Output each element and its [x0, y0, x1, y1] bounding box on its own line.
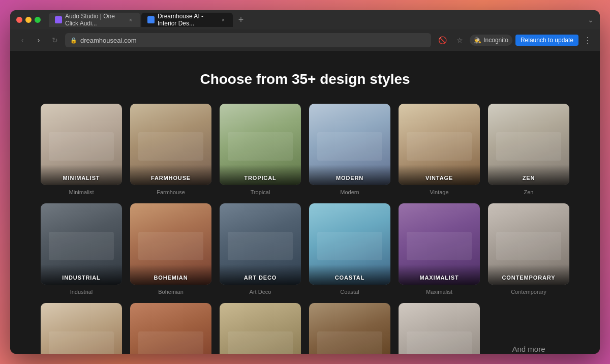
style-item-frenchcountry[interactable]: FRENCH COUNTRY French Country	[41, 303, 122, 354]
style-overlay-maximalist: MAXIMALIST	[399, 264, 480, 285]
style-bg-neoclassical	[220, 303, 301, 354]
style-overlay-label-farmhouse: FARMHOUSE	[151, 175, 191, 181]
style-item-industrial[interactable]: INDUSTRIAL Industrial	[41, 203, 122, 295]
tab-audo-close[interactable]: ×	[127, 16, 134, 23]
style-bg-scandinavian	[399, 303, 480, 354]
style-item-farmhouse[interactable]: FARMHOUSE Farmhouse	[130, 104, 211, 195]
style-item-scandinavian[interactable]: SCANDINAVIAN Scandinavian	[399, 303, 480, 354]
style-card-midmodern: MID-MODERN	[130, 303, 211, 354]
style-item-neoclassical[interactable]: NEOCLASSICAL Neoclassical	[220, 303, 301, 354]
back-button[interactable]: ‹	[16, 34, 28, 46]
style-item-zen[interactable]: ZEN Zen	[488, 104, 569, 195]
style-caption-vintage: Vintage	[430, 189, 448, 195]
style-overlay-label-coastal: COASTAL	[335, 275, 365, 281]
style-overlay-minimalist: MINIMALIST	[41, 165, 122, 185]
close-button[interactable]	[16, 17, 22, 23]
traffic-lights	[16, 17, 41, 23]
tab-audo[interactable]: Audo Studio | One Click Audi... ×	[49, 13, 140, 27]
style-overlay-label-artdeco: ART DECO	[244, 275, 277, 281]
tab-bar: Audo Studio | One Click Audi... × Dreamh…	[49, 13, 594, 27]
style-card-modern: MODERN	[309, 104, 390, 185]
style-card-contemporary: CONTEMPORARY	[488, 203, 569, 285]
style-caption-maximalist: Maximalist	[426, 289, 452, 295]
style-item-rustic[interactable]: RUSTIC Rustic	[309, 303, 390, 354]
style-item-modern[interactable]: MODERN Modern	[309, 104, 390, 195]
relaunch-label: Relaunch to update	[521, 37, 573, 44]
incognito-label: Incognito	[483, 37, 508, 44]
tab-dreamhouse-icon	[147, 16, 155, 23]
style-item-tropical[interactable]: TROPICAL Tropical	[220, 104, 301, 195]
style-item-artdeco[interactable]: ART DECO Art Deco	[220, 203, 301, 295]
new-tab-button[interactable]: +	[234, 13, 248, 27]
refresh-button[interactable]: ↻	[49, 34, 61, 46]
style-card-frenchcountry: FRENCH COUNTRY	[41, 303, 122, 354]
style-caption-industrial: Industrial	[70, 289, 93, 295]
tab-dreamhouse-label: Dreamhouse AI - Interior Des...	[158, 13, 215, 27]
and-more-label: And more	[488, 303, 569, 354]
style-bg-frenchcountry	[41, 303, 122, 354]
style-card-bohemian: BOHEMIAN	[130, 203, 211, 285]
style-caption-contemporary: Contemporary	[511, 289, 546, 295]
style-card-scandinavian: SCANDINAVIAN	[399, 303, 480, 354]
style-overlay-coastal: COASTAL	[309, 264, 390, 285]
more-options-icon[interactable]: ⋮	[582, 36, 594, 45]
style-item-bohemian[interactable]: BOHEMIAN Bohemian	[130, 203, 211, 295]
style-card-zen: ZEN	[488, 104, 569, 185]
style-overlay-label-zen: ZEN	[523, 175, 535, 181]
tab-dreamhouse-close[interactable]: ×	[220, 16, 227, 23]
address-url-text: dreamhouseai.com	[80, 37, 137, 44]
style-card-industrial: INDUSTRIAL	[41, 203, 122, 285]
style-item-maximalist[interactable]: MAXIMALIST Maximalist	[399, 203, 480, 295]
lock-icon: 🔒	[70, 37, 77, 44]
styles-grid: MINIMALIST Minimalist FARMHOUSE Farmhous…	[41, 104, 569, 354]
style-caption-coastal: Coastal	[340, 289, 359, 295]
style-card-artdeco: ART DECO	[220, 203, 301, 285]
address-bar[interactable]: 🔒 dreamhouseai.com	[65, 33, 431, 47]
tab-chevron-icon[interactable]: ⌄	[588, 16, 594, 24]
style-overlay-label-bohemian: BOHEMIAN	[154, 275, 188, 281]
relaunch-button[interactable]: Relaunch to update	[515, 35, 578, 46]
style-card-tropical: TROPICAL	[220, 104, 301, 185]
style-overlay-tropical: TROPICAL	[220, 165, 301, 185]
style-caption-zen: Zen	[524, 189, 534, 195]
maximize-button[interactable]	[35, 17, 41, 23]
addressbar: ‹ › ↻ 🔒 dreamhouseai.com 🚫 ☆ 🕵 Incognito…	[10, 29, 600, 51]
style-overlay-industrial: INDUSTRIAL	[41, 264, 122, 285]
style-overlay-label-industrial: INDUSTRIAL	[62, 275, 100, 281]
style-bg-rustic	[309, 303, 390, 354]
style-overlay-bohemian: BOHEMIAN	[130, 264, 211, 285]
style-card-rustic: RUSTIC	[309, 303, 390, 354]
titlebar: Audo Studio | One Click Audi... × Dreamh…	[10, 10, 600, 29]
page-title: Choose from 35+ design styles	[20, 71, 590, 87]
style-overlay-label-tropical: TROPICAL	[244, 175, 276, 181]
style-card-coastal: COASTAL	[309, 203, 390, 285]
minimize-button[interactable]	[25, 17, 32, 23]
style-overlay-label-minimalist: MINIMALIST	[63, 175, 100, 181]
main-content: Choose from 35+ design styles MINIMALIST…	[10, 51, 600, 354]
incognito-button[interactable]: 🕵 Incognito	[470, 35, 512, 46]
style-overlay-farmhouse: FARMHOUSE	[130, 165, 211, 185]
style-card-vintage: VINTAGE	[399, 104, 480, 185]
style-overlay-vintage: VINTAGE	[399, 165, 480, 185]
style-item-minimalist[interactable]: MINIMALIST Minimalist	[41, 104, 122, 195]
browser-window: Audo Studio | One Click Audi... × Dreamh…	[10, 10, 600, 354]
style-overlay-label-contemporary: CONTEMPORARY	[502, 275, 556, 281]
incognito-icon: 🕵	[474, 37, 481, 44]
tab-audo-label: Audo Studio | One Click Audi...	[65, 13, 122, 27]
style-caption-farmhouse: Farmhouse	[157, 189, 185, 195]
tab-dreamhouse[interactable]: Dreamhouse AI - Interior Des... ×	[141, 13, 233, 27]
style-item-midmodern[interactable]: MID-MODERN Mid-Century Modern	[130, 303, 211, 354]
style-caption-bohemian: Bohemian	[158, 289, 184, 295]
style-item-vintage[interactable]: VINTAGE Vintage	[399, 104, 480, 195]
forward-button[interactable]: ›	[33, 34, 45, 46]
style-overlay-label-maximalist: MAXIMALIST	[419, 275, 459, 281]
addressbar-actions: 🚫 ☆ 🕵 Incognito Relaunch to update ⋮	[435, 33, 594, 47]
eye-off-icon[interactable]: 🚫	[435, 33, 449, 47]
style-overlay-label-vintage: VINTAGE	[425, 175, 453, 181]
tab-audo-icon	[55, 16, 62, 23]
style-item-coastal[interactable]: COASTAL Coastal	[309, 203, 390, 295]
style-item-contemporary[interactable]: CONTEMPORARY Contemporary	[488, 203, 569, 295]
style-card-farmhouse: FARMHOUSE	[130, 104, 211, 185]
star-icon[interactable]: ☆	[452, 33, 467, 47]
style-overlay-contemporary: CONTEMPORARY	[488, 264, 569, 285]
